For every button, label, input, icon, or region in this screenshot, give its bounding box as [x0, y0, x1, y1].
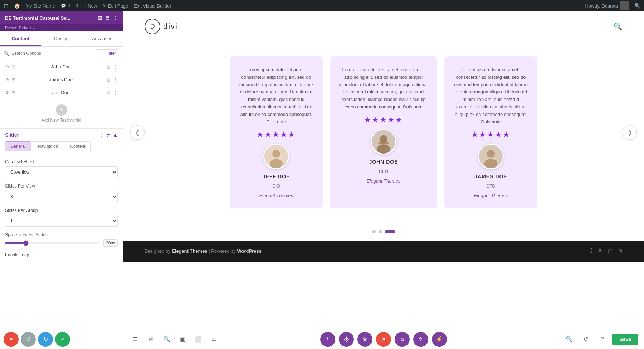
copy-icon[interactable]: ⊡	[11, 90, 15, 95]
item-actions: 🗑 ⋮	[106, 77, 118, 82]
exit-visual-builder-button[interactable]: Exit Visual Builder	[134, 3, 171, 9]
slider-arrows-icon[interactable]: ⇄	[106, 132, 111, 138]
panel-redo-button[interactable]: ↻	[38, 332, 53, 347]
slides-per-group-select[interactable]: 1 2 3	[5, 215, 118, 227]
delete-icon[interactable]: 🗑	[106, 90, 111, 95]
logo-d-letter: D	[150, 23, 155, 30]
toolbar-power-button[interactable]: ⏻	[339, 332, 354, 347]
footer-icons: f ✕ ◻ ⊕	[590, 248, 623, 255]
instagram-icon[interactable]: ◻	[608, 248, 613, 255]
save-button[interactable]: Save	[612, 334, 638, 345]
jeff-stars: ★★★★★	[257, 130, 296, 139]
panel-save-button[interactable]: ✓	[55, 332, 70, 347]
range-row: 20px	[5, 239, 118, 247]
toolbar-tablet-button[interactable]: ⬜	[192, 333, 205, 346]
panel-bottom-toolbar: ✕ ↺ ↻ ✓	[0, 329, 123, 349]
jeff-company: Elegant Themes	[259, 193, 293, 198]
toolbar-zoom-button[interactable]: 🔍	[563, 333, 576, 346]
search-bar: 🔍 + + Filter	[0, 47, 123, 60]
carousel-next-arrow[interactable]: ❯	[623, 125, 637, 140]
toolbar-delete-button[interactable]: 🗑	[357, 332, 372, 347]
settings-icon[interactable]: ⚙	[5, 64, 9, 69]
undo-count-icon[interactable]: 3	[75, 3, 78, 8]
toolbar-publish-button[interactable]: ⚡	[432, 332, 447, 347]
james-role: CFO	[486, 184, 495, 189]
toolbar-responsive-button[interactable]: ▣	[176, 333, 189, 346]
toolbar-settings-button[interactable]: ⚙	[395, 332, 410, 347]
tab-advanced[interactable]: Advanced	[82, 31, 123, 46]
footer-text: Designed by Elegant Themes | Powered by …	[145, 248, 262, 254]
wp-logo-icon[interactable]: ⊞	[4, 3, 8, 9]
search-input[interactable]	[11, 51, 93, 56]
panel-more-icon[interactable]: ⋮	[113, 15, 118, 21]
more-icon[interactable]: ⋮	[113, 64, 118, 69]
user-menu[interactable]: Howdy, Deanna 🔍	[585, 1, 640, 10]
svg-point-1	[272, 150, 280, 158]
site-name[interactable]: My Site Name	[26, 3, 55, 9]
copy-icon[interactable]: ⊡	[11, 77, 15, 82]
new-button[interactable]: + New	[84, 3, 97, 9]
toolbar-grid-button[interactable]: ⊞	[145, 333, 157, 346]
slides-per-view-select[interactable]: 1 2 3 4 5	[5, 191, 118, 202]
jeff-name: JEFF DOE	[263, 174, 290, 179]
site-search-icon[interactable]: 🔍	[614, 22, 623, 31]
panel-undo-button[interactable]: ↺	[21, 332, 36, 347]
settings-icon[interactable]: ⚙	[5, 77, 9, 82]
site-avatar-icon[interactable]: 🏠	[14, 3, 20, 9]
slider-collapse-icon[interactable]: ▲	[113, 132, 118, 138]
item-name: James Doe	[19, 77, 103, 82]
slider-more-icon[interactable]: ⋮	[99, 132, 104, 138]
pagination-dot-1[interactable]	[372, 230, 376, 233]
panel-grid-icon[interactable]: ⊞	[98, 15, 102, 21]
james-stars: ★★★★★	[471, 130, 511, 139]
toolbar-close-button[interactable]: ✕	[376, 332, 391, 347]
divi-logo-circle: D	[145, 19, 160, 34]
toolbar-search-button[interactable]: 🔍	[160, 333, 173, 346]
toolbar-add-button[interactable]: +	[320, 332, 335, 347]
preset-bar: Preset: Default ▾	[0, 24, 123, 31]
pagination-dot-2[interactable]	[379, 230, 382, 233]
john-company: Elegant Themes	[367, 178, 401, 184]
more-icon[interactable]: ⋮	[113, 77, 118, 82]
settings-icon[interactable]: ⚙	[5, 90, 9, 95]
toolbar-history-button[interactable]: ⏱	[413, 332, 428, 347]
panel-title: DE Testimonial Carousel Se...	[5, 15, 70, 21]
twitter-x-icon[interactable]: ✕	[598, 248, 602, 255]
svg-point-2	[270, 159, 283, 169]
delete-icon[interactable]: 🗑	[106, 77, 111, 82]
slider-tab-general[interactable]: General	[5, 141, 31, 151]
carousel-effect-select[interactable]: Coverflow Slide Fade Cube Flip	[5, 166, 118, 178]
tab-content[interactable]: Content	[0, 31, 41, 46]
add-new-circle-button[interactable]: +	[56, 104, 67, 116]
toolbar-mobile-button[interactable]: ▭	[208, 333, 220, 346]
slider-tab-navigation[interactable]: Navigation	[33, 141, 64, 151]
toolbar-undo-global-button[interactable]: ↺	[579, 333, 592, 346]
copy-icon[interactable]: ⊡	[11, 64, 15, 69]
admin-search-icon[interactable]: 🔍	[634, 3, 640, 9]
footer-wp: WordPress	[237, 248, 261, 254]
preset-chevron-icon[interactable]: ▾	[33, 26, 35, 30]
toolbar-help-button[interactable]: ?	[596, 333, 609, 346]
toolbar-menu-button[interactable]: ☰	[129, 333, 142, 346]
pagination-dot-3[interactable]	[385, 230, 395, 233]
delete-icon[interactable]: 🗑	[106, 64, 111, 69]
edit-page-button[interactable]: ✎ Edit Page	[103, 3, 128, 9]
slider-tab-content[interactable]: Content	[65, 141, 91, 151]
tab-design[interactable]: Design	[41, 31, 82, 46]
slider-section-header[interactable]: Slider ⋮ ⇄ ▲	[0, 129, 123, 141]
more-icon[interactable]: ⋮	[113, 90, 118, 95]
comments-icon[interactable]: 💬 0	[61, 3, 70, 8]
preset-value[interactable]: Default	[19, 26, 31, 30]
rss-icon[interactable]: ⊕	[618, 248, 623, 255]
panel-header-icons: ⊞ ▤ ⋮	[98, 15, 118, 21]
panel-close-button[interactable]: ✕	[4, 332, 19, 347]
panel-columns-icon[interactable]: ▤	[105, 15, 110, 21]
facebook-icon[interactable]: f	[590, 248, 592, 255]
preset-label: Preset:	[5, 26, 18, 30]
carousel-prev-arrow[interactable]: ❮	[130, 125, 145, 140]
filter-button[interactable]: + + Filter	[96, 49, 119, 57]
testimonial-card-james: Lorem ipsum dolor sit amet, consectetur …	[444, 56, 537, 208]
space-between-range[interactable]	[5, 240, 100, 246]
comments-count: 0	[68, 3, 70, 8]
add-new-testimonial[interactable]: + Add New Testimonial	[0, 99, 123, 128]
